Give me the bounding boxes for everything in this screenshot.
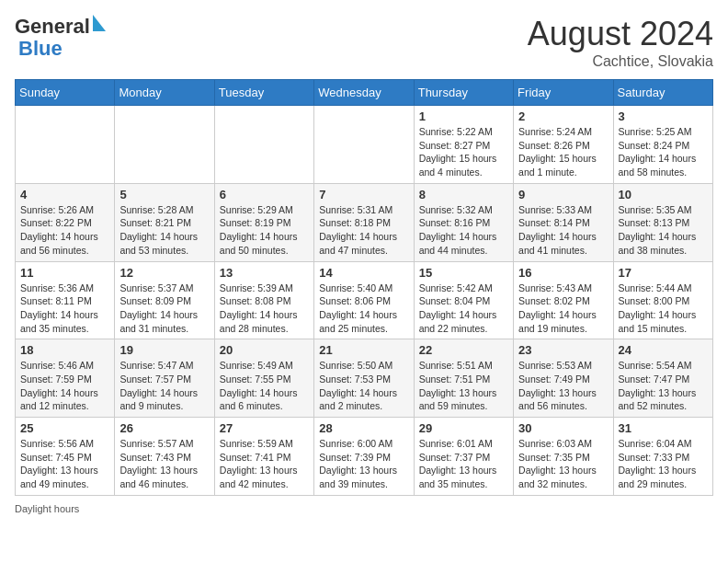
day-number: 24 xyxy=(619,343,708,357)
day-number: 31 xyxy=(619,421,708,435)
month-year-title: August 2024 xyxy=(528,15,713,53)
calendar-day-cell: 19Sunrise: 5:47 AM Sunset: 7:57 PM Dayli… xyxy=(115,339,214,418)
day-number: 7 xyxy=(319,188,408,201)
day-info: Sunrise: 5:51 AM Sunset: 7:51 PM Dayligh… xyxy=(419,359,508,413)
calendar-header-row: SundayMondayTuesdayWednesdayThursdayFrid… xyxy=(16,80,713,106)
calendar-day-cell: 20Sunrise: 5:49 AM Sunset: 7:55 PM Dayli… xyxy=(214,339,313,418)
day-of-week-header: Friday xyxy=(514,80,613,106)
calendar-day-cell: 8Sunrise: 5:32 AM Sunset: 8:16 PM Daylig… xyxy=(414,183,513,261)
calendar-day-cell: 18Sunrise: 5:46 AM Sunset: 7:59 PM Dayli… xyxy=(16,339,115,418)
location-subtitle: Cachtice, Slovakia xyxy=(528,53,713,70)
day-number: 17 xyxy=(619,266,708,280)
day-info: Sunrise: 6:01 AM Sunset: 7:37 PM Dayligh… xyxy=(419,437,508,491)
day-info: Sunrise: 5:40 AM Sunset: 8:06 PM Dayligh… xyxy=(319,282,408,336)
calendar-week-row: 18Sunrise: 5:46 AM Sunset: 7:59 PM Dayli… xyxy=(16,339,713,418)
calendar-day-cell: 5Sunrise: 5:28 AM Sunset: 8:21 PM Daylig… xyxy=(115,183,214,261)
day-info: Sunrise: 5:53 AM Sunset: 7:49 PM Dayligh… xyxy=(518,359,608,413)
day-number: 29 xyxy=(419,421,508,435)
day-info: Sunrise: 5:28 AM Sunset: 8:21 PM Dayligh… xyxy=(119,203,209,258)
day-number: 28 xyxy=(319,421,408,435)
day-number: 9 xyxy=(518,188,608,201)
day-info: Sunrise: 5:29 AM Sunset: 8:19 PM Dayligh… xyxy=(220,203,309,258)
day-number: 3 xyxy=(619,109,708,123)
day-number: 16 xyxy=(518,266,608,280)
day-info: Sunrise: 5:26 AM Sunset: 8:22 PM Dayligh… xyxy=(20,203,109,258)
day-info: Sunrise: 5:57 AM Sunset: 7:43 PM Dayligh… xyxy=(119,437,209,491)
day-info: Sunrise: 5:32 AM Sunset: 8:16 PM Dayligh… xyxy=(419,203,508,258)
calendar-day-cell: 14Sunrise: 5:40 AM Sunset: 8:06 PM Dayli… xyxy=(314,261,414,339)
calendar-day-cell: 16Sunrise: 5:43 AM Sunset: 8:02 PM Dayli… xyxy=(514,261,613,339)
calendar-week-row: 4Sunrise: 5:26 AM Sunset: 8:22 PM Daylig… xyxy=(16,183,713,261)
calendar-day-cell: 12Sunrise: 5:37 AM Sunset: 8:09 PM Dayli… xyxy=(115,261,214,339)
title-block: August 2024 Cachtice, Slovakia xyxy=(528,15,713,70)
day-number: 19 xyxy=(119,343,209,357)
day-info: Sunrise: 5:35 AM Sunset: 8:13 PM Dayligh… xyxy=(619,203,708,258)
calendar-day-cell: 24Sunrise: 5:54 AM Sunset: 7:47 PM Dayli… xyxy=(613,339,712,418)
calendar-footer: Daylight hours xyxy=(15,503,713,514)
day-number: 4 xyxy=(20,188,109,201)
calendar-week-row: 25Sunrise: 5:56 AM Sunset: 7:45 PM Dayli… xyxy=(16,418,713,496)
day-number: 10 xyxy=(619,188,708,201)
calendar-day-cell: 1Sunrise: 5:22 AM Sunset: 8:27 PM Daylig… xyxy=(414,106,513,184)
calendar-day-cell: 23Sunrise: 5:53 AM Sunset: 7:49 PM Dayli… xyxy=(514,339,613,418)
calendar-day-cell: 4Sunrise: 5:26 AM Sunset: 8:22 PM Daylig… xyxy=(16,183,115,261)
day-info: Sunrise: 6:04 AM Sunset: 7:33 PM Dayligh… xyxy=(619,437,708,491)
day-number: 12 xyxy=(119,266,209,280)
calendar-day-cell: 7Sunrise: 5:31 AM Sunset: 8:18 PM Daylig… xyxy=(314,183,414,261)
day-number: 20 xyxy=(220,343,309,357)
day-info: Sunrise: 5:25 AM Sunset: 8:24 PM Dayligh… xyxy=(619,125,708,179)
day-number: 13 xyxy=(220,266,309,280)
day-info: Sunrise: 5:22 AM Sunset: 8:27 PM Dayligh… xyxy=(419,125,508,179)
day-number: 8 xyxy=(419,188,508,201)
logo-blue-text: Blue xyxy=(18,37,63,61)
day-info: Sunrise: 5:46 AM Sunset: 7:59 PM Dayligh… xyxy=(20,359,109,413)
day-number: 26 xyxy=(119,421,209,435)
day-info: Sunrise: 5:50 AM Sunset: 7:53 PM Dayligh… xyxy=(319,359,408,413)
calendar-day-cell: 26Sunrise: 5:57 AM Sunset: 7:43 PM Dayli… xyxy=(115,418,214,496)
calendar-day-cell: 17Sunrise: 5:44 AM Sunset: 8:00 PM Dayli… xyxy=(613,261,712,339)
calendar-day-cell: 30Sunrise: 6:03 AM Sunset: 7:35 PM Dayli… xyxy=(514,418,613,496)
day-info: Sunrise: 5:47 AM Sunset: 7:57 PM Dayligh… xyxy=(119,359,209,413)
calendar-day-cell: 25Sunrise: 5:56 AM Sunset: 7:45 PM Dayli… xyxy=(16,418,115,496)
day-number: 6 xyxy=(220,188,309,201)
calendar-day-cell: 27Sunrise: 5:59 AM Sunset: 7:41 PM Dayli… xyxy=(214,418,313,496)
day-info: Sunrise: 5:43 AM Sunset: 8:02 PM Dayligh… xyxy=(518,282,608,336)
calendar-day-cell: 22Sunrise: 5:51 AM Sunset: 7:51 PM Dayli… xyxy=(414,339,513,418)
calendar-week-row: 1Sunrise: 5:22 AM Sunset: 8:27 PM Daylig… xyxy=(16,106,713,184)
day-of-week-header: Thursday xyxy=(414,80,513,106)
day-number: 25 xyxy=(20,421,109,435)
day-info: Sunrise: 5:54 AM Sunset: 7:47 PM Dayligh… xyxy=(619,359,708,413)
day-of-week-header: Sunday xyxy=(16,80,115,106)
day-info: Sunrise: 5:56 AM Sunset: 7:45 PM Dayligh… xyxy=(20,437,109,491)
day-info: Sunrise: 5:59 AM Sunset: 7:41 PM Dayligh… xyxy=(220,437,309,491)
day-info: Sunrise: 5:49 AM Sunset: 7:55 PM Dayligh… xyxy=(220,359,309,413)
calendar-day-cell: 3Sunrise: 5:25 AM Sunset: 8:24 PM Daylig… xyxy=(613,106,712,184)
day-info: Sunrise: 5:24 AM Sunset: 8:26 PM Dayligh… xyxy=(518,125,608,179)
calendar-day-cell: 6Sunrise: 5:29 AM Sunset: 8:19 PM Daylig… xyxy=(214,183,313,261)
logo-general-text: General xyxy=(15,15,90,39)
day-of-week-header: Saturday xyxy=(613,80,712,106)
calendar-table: SundayMondayTuesdayWednesdayThursdayFrid… xyxy=(15,79,713,496)
day-of-week-header: Wednesday xyxy=(314,80,414,106)
calendar-day-cell xyxy=(16,106,115,184)
calendar-day-cell: 2Sunrise: 5:24 AM Sunset: 8:26 PM Daylig… xyxy=(514,106,613,184)
day-number: 5 xyxy=(119,188,209,201)
day-number: 15 xyxy=(419,266,508,280)
calendar-day-cell: 31Sunrise: 6:04 AM Sunset: 7:33 PM Dayli… xyxy=(613,418,712,496)
day-number: 22 xyxy=(419,343,508,357)
day-number: 30 xyxy=(518,421,608,435)
calendar-day-cell xyxy=(115,106,214,184)
day-number: 23 xyxy=(518,343,608,357)
day-info: Sunrise: 5:37 AM Sunset: 8:09 PM Dayligh… xyxy=(119,282,209,336)
day-number: 1 xyxy=(419,109,508,123)
calendar-day-cell: 28Sunrise: 6:00 AM Sunset: 7:39 PM Dayli… xyxy=(314,418,414,496)
day-of-week-header: Monday xyxy=(115,80,214,106)
day-info: Sunrise: 5:31 AM Sunset: 8:18 PM Dayligh… xyxy=(319,203,408,258)
day-number: 14 xyxy=(319,266,408,280)
calendar-week-row: 11Sunrise: 5:36 AM Sunset: 8:11 PM Dayli… xyxy=(16,261,713,339)
day-number: 18 xyxy=(20,343,109,357)
day-info: Sunrise: 5:42 AM Sunset: 8:04 PM Dayligh… xyxy=(419,282,508,336)
calendar-day-cell: 11Sunrise: 5:36 AM Sunset: 8:11 PM Dayli… xyxy=(16,261,115,339)
day-info: Sunrise: 5:44 AM Sunset: 8:00 PM Dayligh… xyxy=(619,282,708,336)
calendar-day-cell xyxy=(214,106,313,184)
